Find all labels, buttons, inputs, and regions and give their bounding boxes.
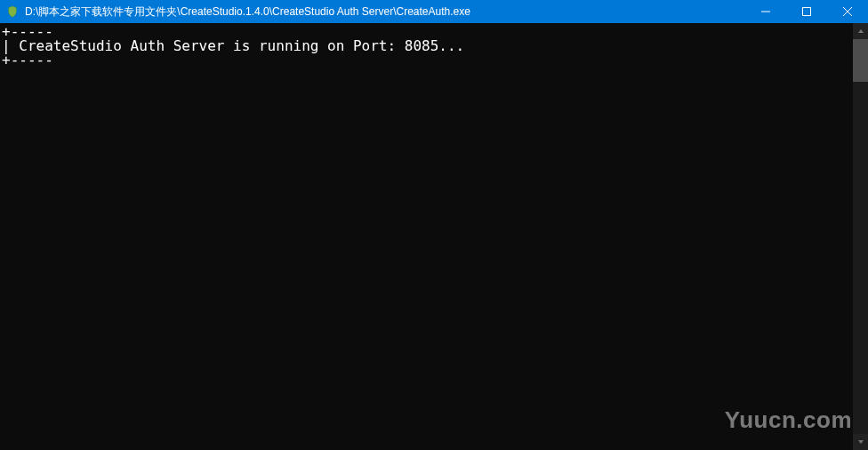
minimize-button[interactable] [745,0,786,23]
window-controls [745,0,868,23]
shield-icon [6,5,19,18]
scrollbar-thumb[interactable] [853,39,868,82]
svg-rect-1 [803,8,811,16]
close-icon [843,7,852,16]
maximize-button[interactable] [786,0,827,23]
chevron-down-icon [857,439,864,445]
scrollbar-down-button[interactable] [853,434,868,450]
minimize-icon [761,7,770,16]
app-icon [5,4,20,19]
scrollbar-up-button[interactable] [853,23,868,39]
console-output: +----- | CreateStudio Auth Server is run… [0,23,853,450]
vertical-scrollbar[interactable] [853,23,868,450]
chevron-up-icon [857,28,864,34]
close-button[interactable] [827,0,868,23]
window-title: D:\脚本之家下载软件专用文件夹\CreateStudio.1.4.0\Crea… [25,4,745,20]
window-titlebar[interactable]: D:\脚本之家下载软件专用文件夹\CreateStudio.1.4.0\Crea… [0,0,868,23]
console-area: +----- | CreateStudio Auth Server is run… [0,23,868,450]
maximize-icon [802,7,811,16]
